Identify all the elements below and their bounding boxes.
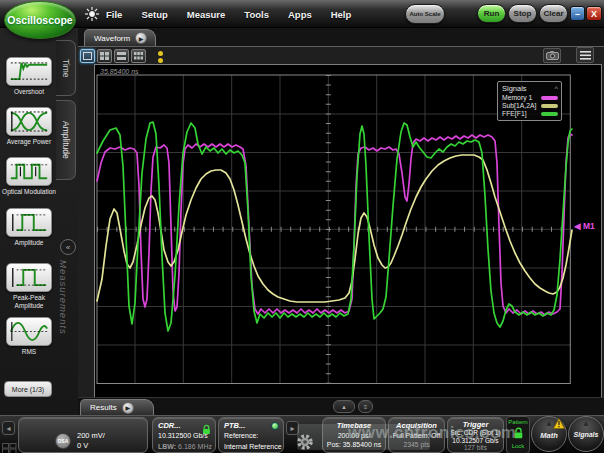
menu-help[interactable]: Help [331, 9, 352, 20]
menu-measure[interactable]: Measure [187, 9, 226, 20]
measurement-average-power[interactable] [6, 107, 52, 136]
marker-arrow-icon: ◀ [574, 221, 581, 231]
close-button[interactable]: X [586, 6, 602, 21]
legend-item[interactable]: FFE[F1] [502, 110, 558, 117]
layout-single-button[interactable] [80, 49, 95, 63]
tab-results[interactable]: Results ▶ [80, 399, 154, 415]
measurement-overshoot[interactable] [6, 57, 52, 86]
measurement-label: Average Power [0, 138, 58, 146]
measurement-label: RMS [0, 348, 58, 356]
results-options-button[interactable]: ≡ [358, 400, 373, 413]
app-logo-label: Oscilloscope [7, 14, 72, 26]
watermark: www.cntronics.com [348, 423, 516, 443]
menu-tools[interactable]: Tools [244, 9, 269, 20]
ptb-line2: Internal Reference [224, 443, 282, 452]
legend-swatch [541, 104, 558, 108]
tab-results-label: Results [90, 403, 117, 412]
cdr-rate: 10.312500 Gb/s [158, 432, 208, 441]
measurement-rms[interactable] [6, 317, 52, 346]
channel-offset: 0 V [77, 442, 88, 451]
status-dot-icon [158, 51, 163, 56]
hamburger-menu-icon[interactable] [576, 47, 594, 63]
menu-list: FileSetupMeasureToolsAppsHelp [106, 0, 351, 28]
signals-legend[interactable]: Signals^ Memory 1Sub[1A,2A]FFE[F1] [497, 81, 562, 121]
menu-apps[interactable]: Apps [288, 9, 312, 20]
math-button[interactable]: ▲ Math [531, 416, 567, 452]
run-button[interactable]: Run [477, 4, 506, 23]
channel-badge: DSA [55, 433, 71, 449]
legend-item-label: Sub[1A,2A] [502, 102, 536, 109]
amplitude-icon [8, 210, 50, 235]
tab-waveform[interactable]: Waveform ▶ [84, 29, 156, 46]
legend-item[interactable]: Memory 1 [502, 94, 558, 101]
tab-menu-icon[interactable]: ▶ [135, 32, 147, 44]
results-menu-icon[interactable]: ▶ [122, 402, 134, 414]
menubar: FileSetupMeasureToolsAppsHelp Auto Scale… [0, 0, 604, 28]
legend-title: Signals [502, 84, 527, 93]
auto-scale-button[interactable]: Auto Scale [405, 4, 445, 24]
panel-grid-icon [2, 440, 17, 453]
horizontal-position-readout: 35.85400 ns [100, 68, 139, 75]
measurement-peak-peak-amplitude[interactable] [6, 263, 52, 292]
minimize-button[interactable]: – [570, 6, 585, 21]
rms-icon [8, 319, 50, 344]
measurement-optical-modulation[interactable] [6, 157, 52, 186]
signals-button[interactable]: ▲ Signals [568, 416, 604, 452]
screenshot-camera-icon[interactable] [543, 48, 561, 63]
measurement-label: Overshoot [0, 88, 58, 96]
sidebar-tab-amplitude[interactable]: Amplitude [56, 100, 76, 180]
tab-waveform-label: Waveform [94, 34, 130, 43]
sidebar-strip-label: Measurements [58, 260, 69, 390]
channel-panel[interactable]: DSA 200 mV/ 0 V [18, 417, 148, 453]
status-dot-icon [158, 58, 163, 63]
ptb-line1: Reference: [224, 432, 258, 441]
menu-setup[interactable]: Setup [141, 9, 167, 20]
legend-item-label: Memory 1 [502, 94, 532, 101]
measurement-label: Peak-Peak Amplitude [0, 294, 58, 310]
more-measurements-button[interactable]: More (1/3) [4, 381, 52, 397]
expand-results-button[interactable]: ▲ [333, 400, 355, 413]
measurement-label: Optical Modulation [0, 188, 58, 196]
legend-swatch [541, 96, 558, 100]
app-logo: Oscilloscope [4, 1, 76, 39]
overshoot-icon [8, 59, 50, 84]
status-led-icon [271, 422, 279, 430]
waveform-panel: 35.85400 ns Signals^ Memory 1Sub[1A,2A]F… [78, 46, 604, 397]
chevron-left-icon: « [66, 243, 70, 252]
layout-rows-button[interactable] [114, 49, 129, 63]
main-area: Waveform ▶ 35.85400 ns Signals^ [78, 28, 604, 415]
results-row: Results ▶ ▲ ≡ [78, 397, 604, 415]
marker-m1[interactable]: ◀ M1 [574, 221, 595, 231]
oscilloscope-app: FileSetupMeasureToolsAppsHelp Auto Scale… [0, 0, 604, 453]
trigger-bits: 127 bits [448, 444, 503, 452]
cdr-lbw: LBW: 6.186 MHz [158, 443, 212, 452]
average-power-icon [8, 109, 50, 134]
measurements-sidebar: OvershootAverage PowerOptical Modulation… [0, 28, 78, 415]
layout-quad-button[interactable] [97, 49, 112, 63]
menu-file[interactable]: File [106, 9, 122, 20]
waveform-plot[interactable]: 35.85400 ns Signals^ Memory 1Sub[1A,2A]F… [94, 64, 602, 398]
legend-item-label: FFE[F1] [502, 110, 527, 117]
measurement-label: Amplitude [0, 239, 58, 247]
layout-grid-button[interactable] [131, 49, 146, 63]
trace-memory-1 [97, 134, 572, 315]
optical-modulation-icon [8, 159, 50, 184]
clear-button[interactable]: Clear [539, 4, 568, 23]
ptb-panel[interactable]: PTB... Reference: Internal Reference [218, 417, 284, 453]
peak-peak-amplitude-icon [8, 265, 50, 290]
legend-collapse-icon[interactable]: ^ [554, 84, 558, 93]
measurement-amplitude[interactable] [6, 208, 52, 237]
channel-scale: 200 mV/ [77, 432, 105, 441]
sidebar-tab-time[interactable]: Time [56, 40, 76, 96]
stop-button[interactable]: Stop [508, 4, 537, 23]
scroll-left-icon[interactable]: ◂ [2, 421, 15, 435]
legend-swatch [541, 112, 558, 116]
legend-item[interactable]: Sub[1A,2A] [502, 102, 558, 109]
cdr-panel[interactable]: CDR... 10.312500 Gb/s LBW: 6.186 MHz [152, 417, 216, 453]
sidebar-collapse-button[interactable]: « [60, 239, 76, 255]
popup-triangle-icon: ▲ [569, 419, 603, 428]
warning-icon [553, 418, 565, 429]
sun-icon[interactable] [84, 6, 100, 22]
